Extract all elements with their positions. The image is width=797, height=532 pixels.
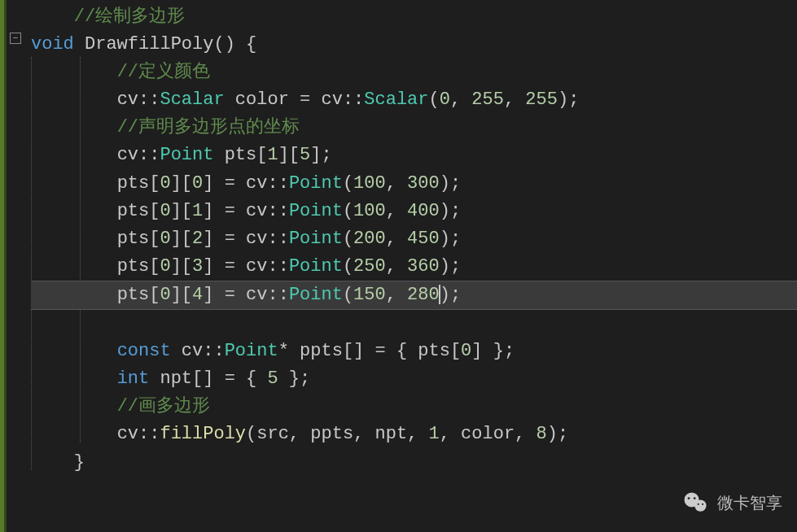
comment-text: //绘制多边形	[74, 7, 185, 27]
code-line[interactable]: cv::Scalar color = cv::Scalar(0, 255, 25…	[31, 86, 797, 114]
comment-text: //画多边形	[117, 396, 210, 416]
code-line[interactable]: //绘制多边形	[31, 3, 797, 31]
code-line[interactable]: const cv::Point* ppts[] = { pts[0] };	[31, 338, 797, 365]
code-line[interactable]: //声明多边形点的坐标	[31, 114, 797, 142]
code-line[interactable]: cv::fillPoly(src, ppts, npt, 1, color, 8…	[31, 421, 797, 448]
code-line[interactable]: int npt[] = { 5 };	[31, 365, 797, 393]
comment-text: //定义颜色	[117, 62, 210, 82]
svg-point-4	[698, 504, 699, 505]
code-line[interactable]	[31, 310, 797, 338]
keyword: void	[31, 34, 74, 55]
wechat-icon	[681, 488, 711, 517]
comment-text: //声明多边形点的坐标	[117, 117, 300, 137]
code-line[interactable]: cv::Point pts[1][5];	[31, 142, 797, 169]
svg-point-1	[694, 499, 706, 511]
code-line[interactable]: pts[0][2] = cv::Point(200, 450);	[31, 225, 797, 253]
code-line[interactable]: void DrawfillPoly() {	[31, 31, 797, 59]
watermark: 微卡智享	[681, 488, 782, 517]
svg-point-5	[702, 504, 703, 505]
code-editor[interactable]: //绘制多边形 void DrawfillPoly() { //定义颜色 cv:…	[0, 0, 797, 477]
watermark-text: 微卡智享	[717, 492, 782, 514]
code-line[interactable]: //定义颜色	[31, 59, 797, 86]
code-line[interactable]: pts[0][3] = cv::Point(250, 360);	[31, 253, 797, 281]
code-line[interactable]: }	[31, 449, 797, 477]
code-line-active[interactable]: pts[0][4] = cv::Point(150, 280);	[31, 281, 797, 310]
code-line[interactable]: //画多边形	[31, 393, 797, 421]
code-line[interactable]: pts[0][1] = cv::Point(100, 400);	[31, 198, 797, 225]
code-line[interactable]: pts[0][0] = cv::Point(100, 300);	[31, 170, 797, 198]
svg-point-2	[688, 497, 690, 499]
svg-point-3	[694, 497, 696, 499]
